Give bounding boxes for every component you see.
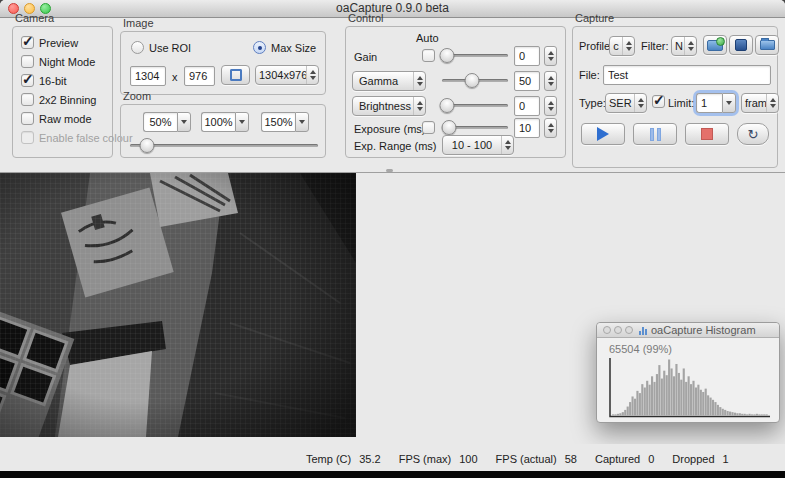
gamma-slider-thumb[interactable] xyxy=(464,73,479,88)
zoom-preset-100-combo[interactable]: 100% xyxy=(201,112,249,132)
brightness-value-input[interactable] xyxy=(514,96,540,116)
gamma-select[interactable]: Gamma xyxy=(352,71,426,91)
histogram-window-title: oaCapture Histogram xyxy=(651,324,756,336)
use-roi-radio[interactable] xyxy=(131,41,144,54)
fps-max-label: FPS (max) xyxy=(399,453,452,465)
brightness-slider-thumb[interactable] xyxy=(440,98,455,113)
fps-max-status: FPS (max) 100 xyxy=(399,453,478,465)
histogram-window[interactable]: oaCapture Histogram 65504 (99%) xyxy=(596,322,780,423)
stop-capture-button[interactable] xyxy=(685,123,729,145)
type-select[interactable]: SER xyxy=(605,93,647,113)
preview-label: Preview xyxy=(39,37,78,49)
minimize-button[interactable] xyxy=(614,326,622,334)
close-button[interactable] xyxy=(603,326,611,334)
splitter-handle[interactable] xyxy=(386,169,393,172)
limit-count-value: 1 xyxy=(696,93,722,113)
limit-unit-select[interactable]: frame xyxy=(741,93,779,113)
camera-add-icon xyxy=(707,40,723,51)
preview-checkbox[interactable] xyxy=(21,36,34,49)
histogram-titlebar[interactable]: oaCapture Histogram xyxy=(597,323,779,338)
zoom-slider[interactable] xyxy=(130,138,318,153)
gain-value-input[interactable] xyxy=(514,46,540,66)
zoom-preset-50-combo[interactable]: 50% xyxy=(143,112,191,132)
roi-select-button[interactable] xyxy=(221,65,250,85)
temp-status: Temp (C) 35.2 xyxy=(306,453,381,465)
checkbox-row-preview[interactable]: Preview xyxy=(21,36,133,49)
zoom-preset-150-combo[interactable]: 150% xyxy=(261,112,309,132)
profile-select[interactable]: c xyxy=(609,36,635,56)
autorun-button[interactable]: ↻ xyxy=(737,123,769,145)
exp-range-label: Exp. Range (ms) xyxy=(354,140,437,152)
gain-slider-thumb[interactable] xyxy=(440,48,455,63)
chevron-down-icon[interactable] xyxy=(235,112,249,132)
roi-width-input[interactable] xyxy=(130,66,166,86)
temp-label: Temp (C) xyxy=(306,453,351,465)
checkbox-row-night-mode[interactable]: Night Mode xyxy=(21,55,133,68)
stepper-arrows-icon xyxy=(501,136,513,154)
limit-checkbox[interactable] xyxy=(652,95,665,108)
histogram-peak-annotation: 65504 (99%) xyxy=(609,343,672,355)
gamma-stepper[interactable] xyxy=(544,71,557,91)
checkbox-row-16bit[interactable]: 16-bit xyxy=(21,74,133,87)
control-panel: Control Auto Gain Gamma Brightness xyxy=(345,26,566,158)
dimension-separator: x xyxy=(172,71,178,83)
night-mode-checkbox[interactable] xyxy=(21,55,34,68)
captured-value: 0 xyxy=(648,453,654,465)
save-profile-button[interactable] xyxy=(729,35,753,55)
zoom-slider-thumb[interactable] xyxy=(139,138,154,153)
chevron-down-icon[interactable] xyxy=(177,112,191,132)
gamma-slider[interactable] xyxy=(442,73,508,88)
filter-label: Filter: xyxy=(641,40,669,52)
chevron-down-icon[interactable] xyxy=(295,112,309,132)
chevron-down-icon[interactable] xyxy=(722,93,736,113)
zoom-preset-100-value: 100% xyxy=(201,112,235,132)
max-size-radio-row[interactable]: Max Size xyxy=(253,41,316,54)
brightness-slider[interactable] xyxy=(442,98,508,113)
camera-panel-title: Camera xyxy=(15,12,54,24)
use-roi-radio-row[interactable]: Use ROI xyxy=(131,41,191,54)
exposure-auto-checkbox[interactable] xyxy=(422,121,435,134)
new-profile-button[interactable] xyxy=(703,35,727,55)
filter-select[interactable]: N xyxy=(671,36,697,56)
max-size-radio[interactable] xyxy=(253,41,266,54)
exposure-slider-thumb[interactable] xyxy=(441,120,456,135)
titlebar[interactable]: oaCapture 0.9.0 beta xyxy=(0,0,785,18)
exposure-stepper[interactable] xyxy=(544,118,557,138)
gain-auto-checkbox[interactable] xyxy=(422,49,435,62)
start-capture-button[interactable] xyxy=(581,123,625,145)
slider-track xyxy=(130,144,318,147)
exposure-value-input[interactable] xyxy=(514,118,540,138)
file-name-input[interactable] xyxy=(603,65,771,85)
maximize-button[interactable] xyxy=(625,326,633,334)
dropped-status: Dropped 1 xyxy=(672,453,728,465)
sixteen-bit-checkbox[interactable] xyxy=(21,74,34,87)
brightness-stepper[interactable] xyxy=(544,96,557,116)
fps-actual-status: FPS (actual) 58 xyxy=(496,453,577,465)
frame-size-select[interactable]: 1304x976 xyxy=(255,65,319,85)
gain-stepper[interactable] xyxy=(544,46,557,66)
exposure-slider[interactable] xyxy=(442,120,508,135)
use-roi-label: Use ROI xyxy=(149,42,191,54)
gain-slider[interactable] xyxy=(442,48,508,63)
open-folder-button[interactable] xyxy=(755,35,779,55)
stepper-arrows-icon xyxy=(413,97,425,115)
exp-range-select[interactable]: 10 - 100 xyxy=(442,135,514,155)
binning-checkbox[interactable] xyxy=(21,93,34,106)
zoom-preset-150-value: 150% xyxy=(261,112,295,132)
type-label: Type: xyxy=(579,97,606,109)
pause-capture-button[interactable] xyxy=(633,123,677,145)
checkbox-row-raw-mode[interactable]: Raw mode xyxy=(21,112,133,125)
exposure-label: Exposure (ms) xyxy=(354,123,426,135)
pause-icon xyxy=(650,128,661,141)
limit-count-combo[interactable]: 1 xyxy=(696,93,736,113)
roi-height-input[interactable] xyxy=(184,66,215,86)
false-colour-checkbox xyxy=(21,131,34,144)
raw-mode-checkbox[interactable] xyxy=(21,112,34,125)
auto-column-header: Auto xyxy=(416,32,439,44)
image-panel: Image Use ROI Max Size x 1304x976 xyxy=(120,31,326,95)
brightness-select[interactable]: Brightness xyxy=(352,96,426,116)
stepper-arrows-icon xyxy=(684,37,696,55)
gamma-value-input[interactable] xyxy=(514,71,540,91)
image-panel-title: Image xyxy=(123,17,154,29)
checkbox-row-binning[interactable]: 2x2 Binning xyxy=(21,93,133,106)
